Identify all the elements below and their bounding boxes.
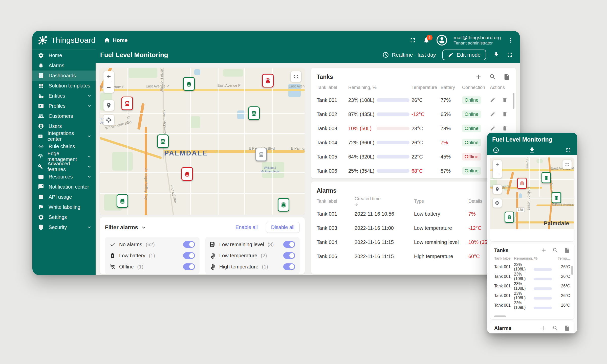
tanks-scrollbar[interactable] (513, 93, 514, 109)
table-row[interactable]: Tank 00310% (50L)23°C78%Online (317, 121, 510, 135)
table-row[interactable]: Tank 00123% (108L)26°C (494, 281, 570, 291)
sidebar-item-entities[interactable]: Entities (32, 91, 96, 101)
map-fullscreen-button[interactable] (562, 160, 572, 169)
sidebar-item-white-labeling[interactable]: White labeling (32, 202, 96, 212)
table-row[interactable]: Tank 0042022-11-16 11:15Low remaining le… (317, 235, 510, 249)
table-row[interactable]: Tank 00123% (108L)26°C (494, 272, 570, 281)
table-row[interactable]: Tank 0012022-11-16 10:56Low battery7% (317, 207, 510, 221)
breadcrumb[interactable]: Home (104, 37, 127, 43)
edit-icon[interactable] (490, 111, 495, 117)
fullscreen-icon[interactable] (565, 147, 572, 153)
enable-all-button[interactable]: Enable all (234, 224, 259, 231)
page-title: Fuel Level Monitoring (100, 51, 168, 59)
table-row[interactable]: Tank 00123% (108L)26°C77%Online (317, 93, 510, 107)
add-icon[interactable] (541, 325, 547, 331)
map-fullscreen-button[interactable] (291, 71, 301, 82)
kebab-menu-icon[interactable] (507, 37, 514, 43)
add-icon[interactable] (475, 73, 482, 80)
tank-marker-alarm[interactable] (121, 97, 133, 110)
fullscreen-icon[interactable] (409, 37, 416, 44)
sidebar-item-security[interactable]: Security (32, 222, 96, 232)
filter-toggle[interactable] (183, 252, 195, 259)
avatar[interactable] (437, 35, 447, 46)
trash-icon[interactable] (502, 97, 508, 103)
filter-toggle[interactable] (183, 241, 195, 248)
trash-icon[interactable] (502, 126, 508, 131)
zoom-out-button[interactable] (103, 82, 114, 93)
tank-marker-offline[interactable] (255, 148, 267, 161)
locate-button[interactable] (493, 185, 502, 194)
table-row[interactable]: Tank 00123% (108L)26°C (494, 262, 570, 272)
clock-icon[interactable] (493, 147, 499, 153)
zoom-out-button[interactable] (493, 169, 502, 178)
download-icon[interactable] (493, 51, 500, 58)
download-icon[interactable] (529, 147, 536, 154)
tank-marker-ok[interactable] (541, 172, 551, 183)
sidebar-item-advanced-features[interactable]: Advanced features (32, 162, 96, 172)
sidebar-item-notification-center[interactable]: Notification center (32, 182, 96, 192)
tank-marker-alarm[interactable] (517, 178, 527, 189)
export-icon[interactable] (564, 247, 570, 253)
popup-tanks-hscrollbar[interactable] (494, 315, 506, 317)
popup-map-canvas[interactable]: East Avenue PTechnology Dr.Division Stre… (490, 157, 574, 229)
table-row[interactable]: Tank 00287% (435L)-12°C65%Online (317, 107, 510, 121)
filter-alarms-title[interactable]: Filter alarms (105, 224, 147, 231)
sidebar-item-integrations-center[interactable]: Integrations center (32, 131, 96, 141)
locate-button[interactable] (103, 100, 114, 111)
sidebar-item-users[interactable]: Users (32, 121, 96, 131)
sidebar-item-api-usage[interactable]: API usage (32, 192, 96, 202)
user-info[interactable]: mail@thingsboard.org Tenant administrato… (454, 35, 501, 46)
filter-toggle[interactable] (283, 252, 295, 259)
table-row[interactable]: Tank 00625% (354L)68°C87%Online (317, 164, 510, 178)
search-icon[interactable] (552, 247, 558, 253)
filter-toggle[interactable] (183, 263, 195, 270)
disable-all-button[interactable]: Disable all (266, 222, 300, 233)
zoom-in-button[interactable] (493, 160, 502, 169)
table-row[interactable]: Tank 0062022-11-16 11:15High temperature… (317, 249, 510, 263)
sidebar-item-customers[interactable]: Customers (32, 111, 96, 121)
tank-marker-ok[interactable] (248, 106, 260, 120)
filter-toggle[interactable] (283, 241, 295, 248)
tank-marker-ok[interactable] (157, 134, 169, 148)
pan-button[interactable] (103, 115, 114, 125)
table-row[interactable]: Tank 0032022-11-16 11:00Low temperature-… (317, 221, 510, 235)
chevron-icon (86, 174, 92, 179)
tank-marker-ok[interactable] (278, 198, 289, 212)
notifications-button[interactable]: 4 (423, 37, 430, 44)
search-icon[interactable] (552, 325, 558, 331)
tank-marker-alarm[interactable] (262, 74, 274, 87)
filter-toggle[interactable] (283, 263, 295, 270)
edit-icon[interactable] (490, 97, 495, 103)
tank-marker-alarm[interactable] (181, 167, 193, 181)
export-icon[interactable] (564, 325, 570, 331)
zoom-in-button[interactable] (103, 71, 114, 82)
sidebar-item-alarms[interactable]: Alarms (32, 60, 96, 71)
edit-mode-button[interactable]: Edit mode (442, 50, 486, 60)
table-row[interactable]: Tank 00123% (108L)26°C (494, 301, 570, 310)
add-icon[interactable] (541, 247, 547, 253)
sidebar-item-edge-management[interactable]: Edge management (32, 151, 96, 162)
pan-button[interactable] (493, 198, 502, 208)
tank-marker-ok[interactable] (183, 77, 195, 91)
sidebar-item-rule-chains[interactable]: Rule chains (32, 141, 96, 151)
table-row[interactable]: Tank 00564% (320L)22°C45%Offline (317, 150, 510, 164)
tank-marker-ok[interactable] (505, 212, 514, 223)
sidebar-item-profiles[interactable]: Profiles (32, 101, 96, 111)
table-row[interactable]: Tank 00472% (360L)26°C7%Online (317, 135, 510, 150)
time-range-button[interactable]: Realtime - last day (382, 52, 436, 58)
tank-marker-ok[interactable] (552, 192, 561, 203)
edit-icon[interactable] (490, 126, 495, 131)
sidebar-item-dashboards[interactable]: Dashboards (32, 71, 96, 81)
trash-icon[interactable] (502, 111, 508, 117)
popup-tanks-vscrollbar[interactable] (571, 266, 573, 275)
sidebar-item-home[interactable]: Home (32, 50, 96, 60)
sidebar-item-settings[interactable]: Settings (32, 212, 96, 222)
tank-marker-ok[interactable] (117, 194, 128, 208)
table-row[interactable]: Tank 00123% (108L)26°C (494, 291, 570, 301)
sidebar-item-solution-templates[interactable]: Solution templates (32, 81, 96, 91)
sidebar-item-resources[interactable]: Resources (32, 172, 96, 182)
fullscreen-icon[interactable] (506, 51, 513, 58)
map-canvas[interactable]: West Avenue PEast Avenue PEast Avenue PE… (100, 68, 305, 215)
export-icon[interactable] (503, 73, 510, 80)
search-icon[interactable] (489, 73, 496, 80)
